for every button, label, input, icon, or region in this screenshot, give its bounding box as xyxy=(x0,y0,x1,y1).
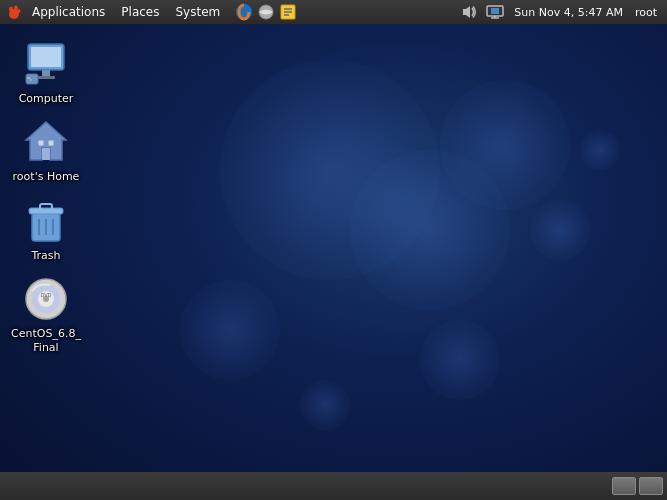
home-label: root's Home xyxy=(13,170,80,184)
svg-point-2 xyxy=(14,6,18,11)
bottom-panel xyxy=(0,472,667,500)
firefox-icon[interactable] xyxy=(234,2,254,22)
panel-left: Applications Places System xyxy=(0,0,458,24)
desktop: Applications Places System xyxy=(0,0,667,500)
home-icon-image xyxy=(22,118,70,166)
show-desktop-button-1[interactable] xyxy=(612,477,636,495)
dvd-icon[interactable]: DVD CentOS_6.8_Final xyxy=(6,271,86,360)
svg-point-3 xyxy=(18,9,21,13)
svg-rect-13 xyxy=(491,8,499,14)
dvd-icon-image: DVD xyxy=(22,275,70,323)
applications-menu[interactable]: Applications xyxy=(24,0,113,24)
top-panel: Applications Places System xyxy=(0,0,667,24)
places-menu[interactable]: Places xyxy=(113,0,167,24)
svg-text:DVD: DVD xyxy=(41,292,52,298)
datetime-display[interactable]: Sun Nov 4, 5:47 AM xyxy=(510,0,627,24)
computer-icon-image xyxy=(22,40,70,88)
sticky-notes-icon[interactable] xyxy=(278,2,298,22)
svg-point-1 xyxy=(9,7,13,12)
user-display: root xyxy=(631,0,661,24)
svg-marker-11 xyxy=(463,6,470,18)
svg-point-5 xyxy=(241,9,247,15)
show-desktop-button-2[interactable] xyxy=(639,477,663,495)
computer-label: Computer xyxy=(19,92,74,106)
svg-rect-29 xyxy=(40,204,52,210)
svg-rect-19 xyxy=(37,76,55,79)
svg-rect-21 xyxy=(27,77,30,79)
trash-icon[interactable]: Trash xyxy=(6,193,86,267)
svg-rect-26 xyxy=(48,140,54,146)
gnome-foot-icon[interactable] xyxy=(4,2,24,22)
system-menu[interactable]: System xyxy=(167,0,228,24)
desktop-icons: Computer root's Home xyxy=(0,30,92,365)
svg-point-22 xyxy=(30,79,32,81)
svg-rect-25 xyxy=(38,140,44,146)
svg-rect-17 xyxy=(31,47,61,67)
network-icon[interactable] xyxy=(256,2,276,22)
home-icon[interactable]: root's Home xyxy=(6,114,86,188)
volume-icon[interactable] xyxy=(458,2,480,22)
panel-right: Sun Nov 4, 5:47 AM root xyxy=(458,0,667,24)
svg-rect-24 xyxy=(42,148,50,160)
svg-rect-18 xyxy=(42,70,50,76)
trash-icon-image xyxy=(22,197,70,245)
dvd-label: CentOS_6.8_Final xyxy=(10,327,82,356)
display-icon[interactable] xyxy=(484,2,506,22)
computer-icon[interactable]: Computer xyxy=(6,36,86,110)
trash-label: Trash xyxy=(31,249,60,263)
